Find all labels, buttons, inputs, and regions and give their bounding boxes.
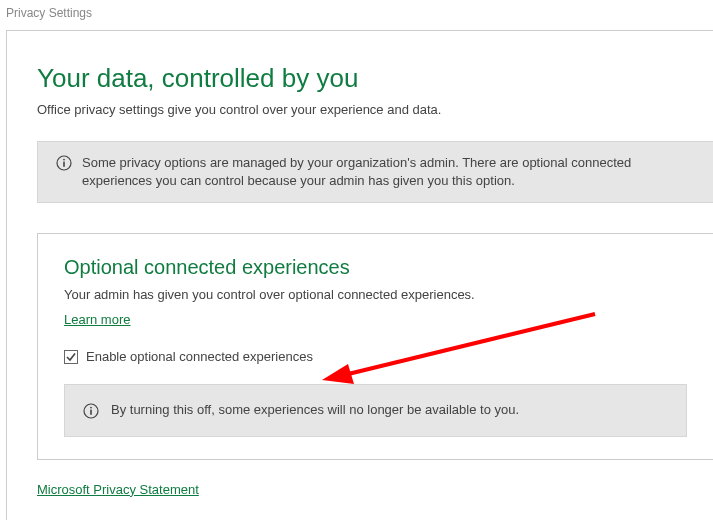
microsoft-privacy-statement-link[interactable]: Microsoft Privacy Statement	[37, 482, 199, 497]
svg-point-1	[63, 159, 65, 161]
turn-off-warning-banner: By turning this off, some experiences wi…	[64, 384, 687, 436]
info-icon	[83, 403, 99, 419]
page-subtitle: Office privacy settings give you control…	[37, 102, 713, 117]
admin-info-banner: Some privacy options are managed by your…	[37, 141, 713, 203]
page-title: Your data, controlled by you	[37, 63, 713, 94]
enable-optional-experiences-label: Enable optional connected experiences	[86, 349, 313, 364]
section-title: Optional connected experiences	[64, 256, 687, 279]
window-title: Privacy Settings	[0, 0, 713, 30]
learn-more-link[interactable]: Learn more	[64, 312, 130, 327]
turn-off-warning-text: By turning this off, some experiences wi…	[111, 401, 519, 419]
content-frame: Your data, controlled by you Office priv…	[6, 30, 713, 520]
section-subtitle: Your admin has given you control over op…	[64, 287, 687, 302]
enable-optional-experiences-row[interactable]: Enable optional connected experiences	[64, 349, 687, 364]
enable-optional-experiences-checkbox[interactable]	[64, 350, 78, 364]
info-icon	[56, 155, 72, 171]
admin-info-text: Some privacy options are managed by your…	[82, 154, 695, 190]
svg-rect-2	[63, 162, 65, 167]
svg-point-4	[90, 407, 92, 409]
optional-connected-experiences-card: Optional connected experiences Your admi…	[37, 233, 713, 459]
svg-rect-5	[90, 410, 92, 415]
